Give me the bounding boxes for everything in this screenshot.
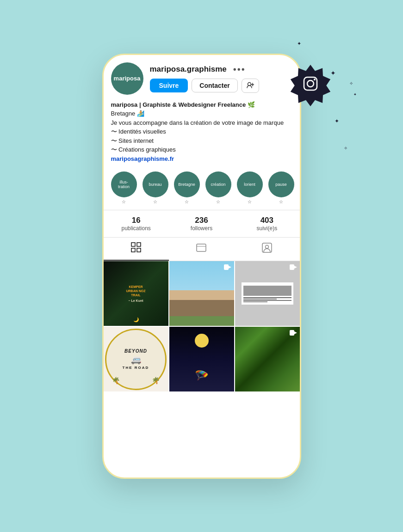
sparkle-3: ✧ [349,81,353,86]
video-badge-2 [224,264,231,272]
contacter-button[interactable]: Contacter [192,79,237,92]
bio-section: mariposa | Graphiste & Webdesigner Freel… [104,100,300,168]
sparkle-4: ✦ [335,118,339,124]
stat-publications-label: publications [121,225,150,232]
stat-followers[interactable]: 236 followers [169,216,234,232]
add-user-button[interactable] [242,79,259,93]
reels-icon [196,243,206,256]
profile-actions: Suivre Contacter [150,79,292,93]
svg-rect-8 [131,248,135,252]
website-preview [242,282,293,305]
story-item[interactable]: bureau ☆ [143,171,168,204]
svg-rect-16 [290,264,294,270]
tab-tagged[interactable] [234,238,299,261]
svg-point-13 [265,245,268,249]
bio-link[interactable]: mariposagraphisme.fr [111,154,292,164]
grid-icon [131,242,141,255]
bio-display-name: mariposa | Graphiste & Webdesigner Freel… [111,101,255,108]
svg-point-1 [307,80,314,87]
profile-top-row: mariposa mariposa.graphisme ••• Suivre C… [111,62,292,95]
more-options-button[interactable]: ••• [233,64,246,75]
video-badge-3 [290,264,297,272]
svg-point-2 [314,79,316,80]
story-label: ☆ [216,199,220,204]
avatar: mariposa [111,62,143,95]
post-3[interactable] [235,261,300,326]
story-item[interactable]: illus-tration ☆ [111,171,137,204]
post-1[interactable]: KEMPERURBAN NOZTRAIL ~ Le Kunt 🌙 [104,261,168,326]
phone-mockup: mariposa mariposa.graphisme ••• Suivre C… [102,54,301,479]
story-circle: lorient [237,171,263,197]
story-label: ☆ [185,199,189,204]
story-circle: pause [268,171,294,197]
suivre-button[interactable]: Suivre [150,79,188,92]
stat-following-number: 403 [260,216,273,225]
svg-marker-15 [229,266,231,269]
story-circle: illus-tration [111,171,137,197]
add-user-icon [247,82,254,88]
posts-grid: KEMPERURBAN NOZTRAIL ~ Le Kunt 🌙 [104,261,300,391]
svg-rect-18 [290,330,294,336]
story-label: ☆ [122,199,126,204]
svg-rect-7 [137,243,141,246]
sparkle-8: ✦ [353,92,357,97]
stat-followers-number: 236 [195,216,208,225]
person-icon [262,243,272,256]
stat-publications-number: 16 [132,216,141,225]
story-item[interactable]: Bretagne ☆ [174,171,200,204]
svg-marker-17 [294,266,297,269]
tab-grid[interactable] [104,238,169,261]
svg-marker-19 [294,331,297,334]
story-circle: Bretagne [174,171,200,197]
bio-description: Je vous accompagne dans la création de v… [111,118,292,128]
svg-rect-14 [224,264,229,270]
bio-location: Bretagne 🏄 [111,109,292,118]
sparkle-6: ✦ [297,41,301,47]
tab-reels[interactable] [169,238,234,261]
story-label: ☆ [279,199,283,204]
instagram-icon [301,74,320,97]
stat-following[interactable]: 403 suivi(e)s [234,216,299,232]
profile-name-area: mariposa.graphisme ••• Suivre Contacter [150,64,292,93]
bio-service-2: 〜 Sites internet [111,136,292,146]
bio-name-line: mariposa | Graphiste & Webdesigner Freel… [111,100,292,110]
stories-row: illus-tration ☆ bureau ☆ Bretagne ☆ créa… [104,168,300,210]
story-item[interactable]: lorient ☆ [237,171,263,204]
story-item[interactable]: pause ☆ [268,171,294,204]
instagram-badge [290,65,331,106]
svg-rect-10 [197,244,206,251]
svg-rect-9 [137,248,141,252]
story-label: ☆ [248,199,252,204]
post-6[interactable] [235,327,300,391]
phone-screen: mariposa mariposa.graphisme ••• Suivre C… [104,55,300,477]
story-item[interactable]: création ☆ [205,171,231,204]
bio-service-1: 〜 Identités visuelles [111,127,292,136]
stats-row: 16 publications 236 followers 403 suivi(… [104,210,300,238]
sparkle-5: ✧ [344,146,347,151]
post-5[interactable]: 🪂 [169,327,234,391]
stat-publications[interactable]: 16 publications [104,216,169,232]
story-circle: création [205,171,231,197]
stat-following-label: suivi(e)s [256,225,277,232]
bio-service-3: 〜 Créations graphiques [111,145,292,154]
profile-username: mariposa.graphisme [150,65,227,74]
post-4[interactable]: BEYOND 🚐 THE ROAD 🌴 🌴 [104,327,168,391]
story-label: ☆ [153,199,157,204]
video-badge-6 [290,330,297,338]
tab-bar [104,238,300,261]
svg-rect-6 [131,243,135,246]
post-2[interactable] [169,261,234,326]
badge-shape [290,65,331,106]
story-circle: bureau [143,171,168,197]
stat-followers-label: followers [191,225,212,232]
profile-header: mariposa mariposa.graphisme ••• Suivre C… [104,55,300,95]
